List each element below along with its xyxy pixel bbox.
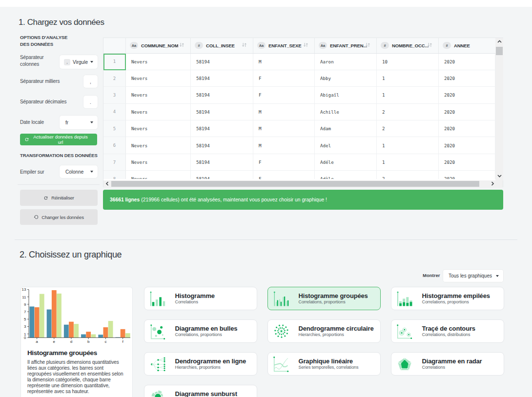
table-cell[interactable]: Abigaïl	[315, 87, 377, 103]
chart-card-diagramme-sunburst[interactable]: Diagramme sunburstHierarchies, proportio…	[144, 385, 257, 397]
column-header-enfant-sexe[interactable]: AaENFANT_SEXE	[253, 38, 315, 53]
table-cell[interactable]: 2020	[439, 154, 495, 170]
vertical-scrollbar[interactable]	[495, 38, 503, 180]
horizontal-scrollbar[interactable]	[103, 180, 503, 188]
sort-icon[interactable]	[365, 42, 370, 48]
refresh-data-from-url-button[interactable]: Actualiser données depuis url	[20, 134, 97, 145]
chart-card-subtitle: Correlations, proportions	[299, 299, 346, 304]
change-data-button[interactable]: Changer les données	[20, 209, 98, 225]
table-cell[interactable]: 2	[377, 120, 439, 137]
table-cell[interactable]: 2	[377, 171, 439, 179]
table-cell[interactable]: 2020	[439, 104, 495, 120]
chart-card-tra-de-contours[interactable]: Traçé de contoursCorrelations, distribut…	[391, 319, 504, 343]
table-cell[interactable]: 58194	[191, 104, 253, 120]
table-cell[interactable]: F	[253, 171, 315, 179]
table-cell[interactable]: M	[253, 120, 315, 137]
table-cell[interactable]: Adel	[315, 137, 377, 153]
table-cell[interactable]: Adam	[315, 120, 377, 137]
table-cell[interactable]: Achille	[315, 104, 377, 120]
table-cell[interactable]: Nevers	[126, 120, 191, 137]
table-cell[interactable]: Nevers	[126, 70, 191, 86]
table-cell[interactable]: 2020	[439, 70, 495, 86]
column-header-enfant-pren-[interactable]: AaENFANT_PREN...	[315, 38, 377, 53]
sort-icon[interactable]	[427, 42, 432, 48]
row-number-cell[interactable]: 2	[103, 70, 126, 86]
chart-card-diagramme-en-radar[interactable]: Diagramme en radarCorrelations	[391, 352, 504, 376]
table-cell[interactable]: 58194	[191, 120, 253, 137]
sort-icon[interactable]	[303, 42, 308, 48]
table-cell[interactable]: M	[253, 137, 315, 153]
chart-card-histogramme-group-es[interactable]: Histogramme groupéesCorrelations, propor…	[267, 287, 381, 310]
chart-card-histogramme-empil-es[interactable]: Histogramme empiléesCorrelations, propor…	[391, 287, 504, 310]
sort-icon[interactable]	[242, 42, 247, 48]
table-cell[interactable]: 58194	[191, 171, 253, 179]
scroll-right-arrow[interactable]	[488, 180, 496, 187]
table-cell[interactable]: 58194	[191, 54, 253, 70]
table-cell[interactable]: 1	[377, 154, 439, 170]
table-cell[interactable]: 58194	[191, 154, 253, 170]
chart-card-graphique-lin-aire[interactable]: Graphique linéaireSeries temporelles, co…	[267, 352, 381, 376]
table-cell[interactable]: 58194	[191, 137, 253, 153]
table-cell[interactable]: Aaron	[315, 54, 377, 70]
column-separator-select[interactable]: ,Virgule	[60, 55, 98, 69]
row-number-cell[interactable]: 4	[103, 104, 126, 120]
transform-label: TRANSFORMATION DES DONNÉES	[20, 152, 103, 159]
chart-card-histogramme[interactable]: HistogrammeCorrelations	[144, 287, 257, 310]
change-data-button-label: Changer les données	[41, 215, 84, 220]
table-cell[interactable]: 58194	[191, 87, 253, 103]
table-cell[interactable]: 2020	[439, 54, 495, 70]
table-cell[interactable]: 2020	[439, 137, 495, 153]
row-number-cell[interactable]: 6	[103, 137, 126, 153]
chart-card-diagramme-en-bulles[interactable]: Diagramme en bullesCorrelations, proport…	[144, 319, 257, 343]
table-cell[interactable]: Nevers	[126, 154, 191, 170]
row-number-cell[interactable]: 5	[103, 120, 126, 137]
stack-on-select[interactable]: Colonne	[60, 165, 98, 178]
table-cell[interactable]: M	[253, 54, 315, 70]
table-cell[interactable]: 1	[377, 137, 439, 153]
table-cell[interactable]: 1	[377, 87, 439, 103]
table-cell[interactable]: F	[253, 70, 315, 86]
date-locale-select[interactable]: fr	[60, 116, 98, 129]
scroll-left-arrow[interactable]	[103, 180, 111, 187]
reset-button[interactable]: Réinitialiser	[20, 190, 98, 206]
column-header-nombre-occ-[interactable]: #NOMBRE_OCC...	[377, 38, 439, 53]
chart-preview-card: 0135791113aedbcf Histogramme groupées Il…	[20, 287, 133, 397]
sort-icon[interactable]	[179, 42, 184, 48]
vertical-scrollbar-thumb[interactable]	[496, 47, 503, 55]
table-row: 1Nevers58194MAaron102020	[103, 54, 495, 70]
table-cell[interactable]: Adéle	[315, 154, 377, 170]
table-cell[interactable]: 2020	[439, 87, 495, 103]
table-cell[interactable]: 2	[377, 104, 439, 120]
table-cell[interactable]: Adèle	[315, 171, 377, 179]
column-header-commune-nom[interactable]: AaCOMMUNE_NOM	[126, 38, 191, 53]
row-number-cell[interactable]: 1	[103, 54, 126, 70]
table-cell[interactable]: 10	[377, 54, 439, 70]
table-cell[interactable]: Nevers	[126, 87, 191, 103]
table-cell[interactable]: Nevers	[126, 171, 191, 179]
chart-filter-select[interactable]: Tous les graphiques	[443, 270, 503, 282]
column-header-annee[interactable]: #ANNEE	[439, 38, 495, 53]
table-corner-cell	[103, 38, 126, 53]
table-cell[interactable]: Abby	[315, 70, 377, 86]
row-number-cell[interactable]: 7	[103, 154, 126, 170]
table-cell[interactable]: Nevers	[126, 104, 191, 120]
thousands-separator-input[interactable]: ,	[83, 75, 98, 88]
scroll-up-arrow[interactable]	[495, 39, 503, 45]
table-cell[interactable]: 58194	[191, 70, 253, 86]
scroll-down-arrow[interactable]	[495, 173, 503, 179]
chart-card-dendrogramme-circulaire[interactable]: Dendrogramme circulaireHierarchies, prop…	[267, 319, 381, 343]
decimals-separator-input[interactable]: .	[83, 96, 98, 108]
table-cell[interactable]: F	[253, 154, 315, 170]
row-number-cell[interactable]: 3	[103, 87, 126, 103]
table-cell[interactable]: M	[253, 104, 315, 120]
table-cell[interactable]: 1	[377, 70, 439, 86]
table-cell[interactable]: Nevers	[126, 137, 191, 153]
table-cell[interactable]: F	[253, 87, 315, 103]
table-cell[interactable]: 2020	[439, 120, 495, 137]
column-header-coll-insee[interactable]: #COLL_INSEE	[191, 38, 253, 53]
horizontal-scrollbar-thumb[interactable]	[111, 181, 479, 187]
chart-card-dendrogramme-en-ligne[interactable]: Dendrogramme en ligneHierarchies, propor…	[144, 352, 257, 376]
table-cell[interactable]: 2020	[439, 171, 495, 179]
row-number-cell[interactable]: 8	[103, 171, 126, 179]
table-cell[interactable]: Nevers	[126, 54, 191, 70]
